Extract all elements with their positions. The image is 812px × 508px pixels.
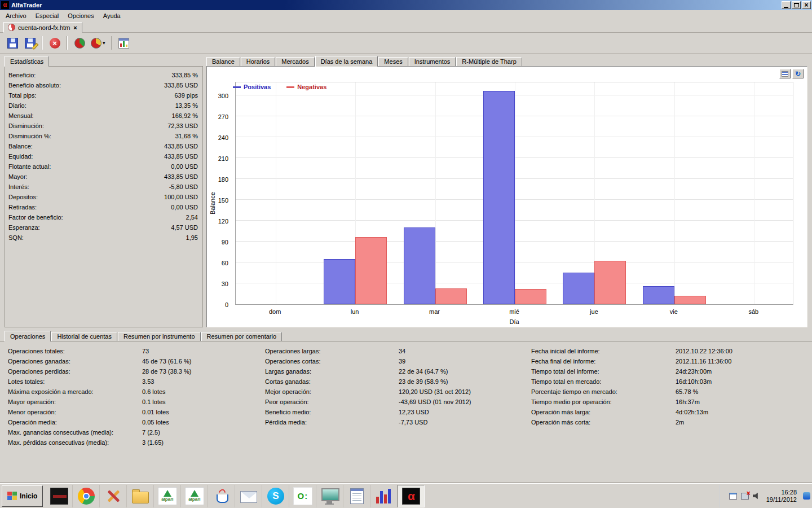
window-controls: × bbox=[782, 1, 811, 9]
stat-value: 1,95 bbox=[186, 233, 198, 243]
volume-icon[interactable] bbox=[753, 492, 760, 500]
summary-row: Tiempo total en mercado:16d:10h:03m bbox=[531, 376, 812, 387]
gridline-vertical bbox=[435, 82, 436, 304]
tab-operaciones[interactable]: Operaciones bbox=[5, 331, 51, 341]
app-logo-icon: α bbox=[1, 1, 9, 9]
stats-row: Mayor:433,85 USD bbox=[5, 172, 202, 182]
java-icon bbox=[213, 488, 230, 505]
summary-label: Fecha final del informe: bbox=[531, 356, 676, 366]
document-tab-bar: cuenta-nord-fx.htm × bbox=[0, 21, 812, 33]
skype-launcher[interactable]: S bbox=[262, 485, 289, 507]
tab-historial-de-cuentas[interactable]: Historial de cuentas bbox=[51, 332, 117, 341]
statistics-tab-row: Estadísticas bbox=[5, 55, 203, 66]
alpari-launcher[interactable]: alpari bbox=[154, 485, 181, 507]
stat-label: Mayor: bbox=[8, 172, 164, 182]
summary-row: Max. ganancias consecutivas (media):7 (2… bbox=[8, 427, 265, 437]
summary-row: Operación más corta:2m bbox=[531, 417, 812, 427]
o-app-launcher[interactable]: O: bbox=[289, 485, 316, 507]
summary-label: Operación más corta: bbox=[531, 417, 676, 427]
refresh-button[interactable]: ↻ bbox=[792, 69, 804, 78]
summary-label: Beneficio medio: bbox=[265, 407, 399, 417]
tray-corner-icon[interactable] bbox=[803, 492, 810, 500]
start-button-label: Inicio bbox=[20, 492, 37, 500]
close-icon: × bbox=[804, 2, 808, 8]
pie-red-yellow-button[interactable]: ▾ bbox=[89, 35, 107, 51]
maximize-button[interactable] bbox=[792, 1, 801, 9]
tab-estadisticas[interactable]: Estadísticas bbox=[5, 56, 49, 67]
alpari-launcher-2[interactable]: alpari bbox=[181, 485, 208, 507]
chart-app-launcher[interactable] bbox=[370, 485, 398, 507]
summary-row: Porcentaje tiempo en mercado:65.78 % bbox=[531, 387, 812, 397]
tab-instrumentos[interactable]: Instrumentos bbox=[409, 57, 456, 66]
menu-item-especial[interactable]: Especial bbox=[31, 11, 64, 20]
chrome-launcher[interactable] bbox=[73, 485, 100, 507]
close-button[interactable]: × bbox=[802, 1, 811, 9]
tab-balance[interactable]: Balance bbox=[206, 57, 240, 66]
stats-row: Beneficio absoluto:333,85 USD bbox=[5, 80, 202, 90]
network-error-icon[interactable] bbox=[741, 493, 749, 500]
summary-column-3: Fecha inicial del informe:2012.10.22 12:… bbox=[531, 346, 812, 448]
x-tick-label: sáb bbox=[748, 308, 758, 315]
save-icon bbox=[7, 38, 18, 49]
table-view-icon bbox=[782, 71, 788, 77]
stats-row: Interés:-5,80 USD bbox=[5, 182, 202, 192]
summary-label: Tiempo total en mercado: bbox=[531, 376, 676, 387]
alfatrader-launcher[interactable]: α bbox=[398, 485, 425, 507]
mail-launcher[interactable] bbox=[235, 485, 262, 507]
dropdown-arrow-icon[interactable]: ▾ bbox=[103, 40, 105, 46]
bar-positivas-mie bbox=[483, 91, 515, 304]
stats-row: Balance:433,85 USD bbox=[5, 141, 202, 151]
summary-label: Operaciones perdidas: bbox=[8, 366, 142, 376]
tab-horarios[interactable]: Horarios bbox=[241, 57, 276, 66]
summary-value: -7,73 USD bbox=[399, 417, 427, 427]
monitor-launcher[interactable] bbox=[316, 485, 343, 507]
tab-r-multiple-de-tharp[interactable]: R-Múltiple de Tharp bbox=[456, 57, 522, 66]
menu-item-archivo[interactable]: Archivo bbox=[1, 11, 31, 20]
gridline-vertical bbox=[674, 82, 675, 304]
summary-value: 0.01 lotes bbox=[142, 407, 169, 417]
summary-label: Max. pérdidas consecutivas (media): bbox=[8, 437, 142, 448]
folder-launcher[interactable] bbox=[127, 485, 154, 507]
tab-mercados[interactable]: Mercados bbox=[276, 57, 314, 66]
document-tab-close-icon[interactable]: × bbox=[73, 24, 77, 31]
summary-row: Tiempo total del informe:24d:23h:00m bbox=[531, 366, 812, 376]
pie-red-green-button[interactable] bbox=[72, 35, 87, 51]
y-axis-ticks: 0306090120150180210240270300 bbox=[207, 82, 232, 308]
mail-icon bbox=[240, 491, 257, 503]
stat-label: Diario: bbox=[8, 100, 175, 111]
window-title: AlfaTrader bbox=[11, 2, 42, 8]
save-as-button[interactable] bbox=[22, 35, 38, 51]
summary-value: 16h:37m bbox=[676, 397, 700, 407]
menu-item-ayuda[interactable]: Ayuda bbox=[99, 11, 125, 20]
window-tray-icon[interactable] bbox=[729, 493, 737, 500]
minimize-button[interactable] bbox=[782, 1, 791, 9]
notepad-launcher[interactable] bbox=[343, 485, 370, 507]
menu-item-opciones[interactable]: Opciones bbox=[63, 11, 98, 20]
lineage-app-launcher[interactable] bbox=[46, 485, 73, 507]
save-button[interactable] bbox=[5, 35, 20, 51]
tab-resumen-por-comentario[interactable]: Resumen por comentario bbox=[201, 332, 283, 341]
summary-row: Max. pérdidas consecutivas (media):3 (1.… bbox=[8, 437, 265, 448]
stat-label: Beneficio: bbox=[8, 70, 172, 80]
y-tick-label: 150 bbox=[218, 197, 228, 204]
y-tick-label: 90 bbox=[222, 239, 228, 246]
alpari-icon-2: alpari bbox=[185, 487, 204, 505]
summary-value: 34 bbox=[399, 346, 405, 356]
stat-value: 2,54 bbox=[186, 212, 198, 222]
document-tab[interactable]: cuenta-nord-fx.htm × bbox=[3, 22, 82, 33]
java-launcher[interactable] bbox=[208, 485, 235, 507]
operations-summary: Operaciones totales:73Operaciones ganada… bbox=[0, 341, 812, 448]
tools-launcher[interactable] bbox=[100, 485, 127, 507]
summary-label: Fecha inicial del informe: bbox=[531, 346, 676, 356]
quick-launch-bar: alparialpariSO:α bbox=[46, 485, 425, 507]
cancel-button[interactable]: × bbox=[47, 35, 63, 51]
stat-value: -5,80 USD bbox=[169, 182, 198, 192]
tab-meses[interactable]: Meses bbox=[378, 57, 408, 66]
tab-resumen-por-instrumento[interactable]: Resumen por instrumento bbox=[118, 332, 201, 341]
summary-label: Máxima exposición a mercado: bbox=[8, 387, 142, 397]
start-button[interactable]: Inicio bbox=[2, 485, 43, 507]
report-button[interactable] bbox=[116, 35, 132, 51]
tab-dias-de-la-semana[interactable]: Días de la semana bbox=[315, 56, 378, 67]
lineage-app-icon bbox=[50, 488, 68, 505]
table-view-button[interactable] bbox=[779, 69, 791, 78]
